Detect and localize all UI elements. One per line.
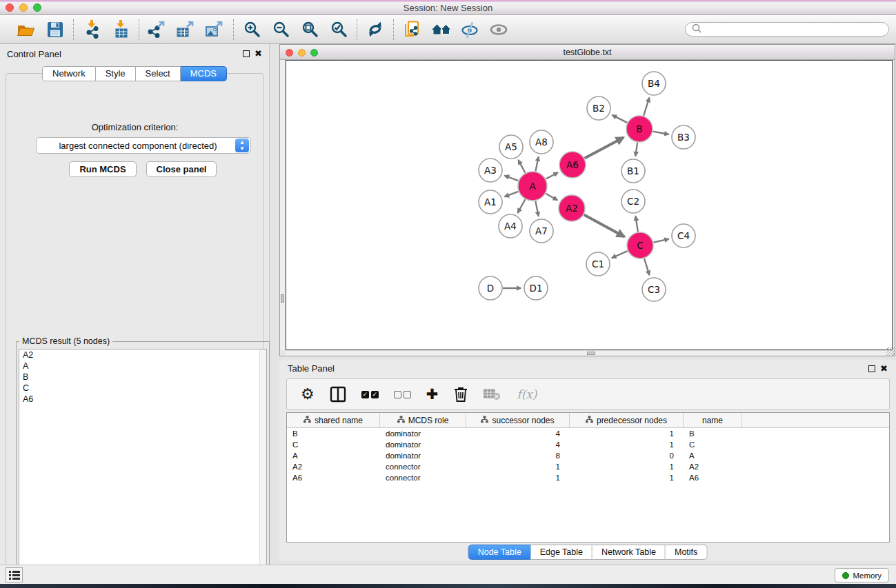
tab-network[interactable]: Network bbox=[42, 66, 96, 81]
import-table-icon[interactable] bbox=[111, 20, 130, 39]
search-icon bbox=[691, 23, 702, 37]
network-window-titlebar[interactable]: testGlobe.txt bbox=[280, 45, 895, 60]
optimization-value: largest connected component (directed) bbox=[37, 141, 235, 151]
home-icon[interactable] bbox=[431, 20, 450, 39]
table-cell: 0 bbox=[570, 450, 684, 461]
zoom-in-icon[interactable] bbox=[242, 20, 261, 39]
memory-button[interactable]: Memory bbox=[835, 568, 889, 582]
save-session-icon[interactable] bbox=[46, 20, 65, 39]
toolbar-group bbox=[357, 20, 393, 39]
network-canvas[interactable] bbox=[286, 60, 893, 350]
toolbar-group bbox=[74, 20, 139, 39]
control-panel-tabs: NetworkStyleSelectMCDS bbox=[42, 66, 227, 81]
table-cell: 4 bbox=[466, 439, 570, 450]
table-cell: A6 bbox=[684, 472, 742, 483]
table-body: Bdominator41BCdominator41CAdominator80AA… bbox=[287, 428, 889, 483]
task-history-button[interactable] bbox=[6, 567, 23, 582]
tab-edge-table[interactable]: Edge Table bbox=[531, 545, 593, 560]
table-row[interactable]: Adominator80A bbox=[287, 450, 889, 461]
table-row[interactable]: Cdominator41C bbox=[287, 439, 889, 450]
close-table-panel-icon[interactable]: ✖ bbox=[880, 363, 888, 374]
mcds-result-item[interactable]: B bbox=[19, 372, 266, 383]
delete-column-icon[interactable] bbox=[453, 386, 468, 403]
network-vertical-scrollbar[interactable] bbox=[280, 60, 286, 350]
network-view-window: testGlobe.txt B4B2BB3A5A8A6A3AB1A1C2A4A7… bbox=[279, 44, 895, 356]
column-header-name[interactable]: name bbox=[684, 413, 742, 427]
split-view-icon[interactable] bbox=[330, 386, 346, 403]
table-tabs: Node TableEdge TableNetwork TableMotifs bbox=[468, 545, 708, 560]
search-input[interactable] bbox=[705, 25, 883, 34]
export-table-icon[interactable] bbox=[177, 20, 196, 39]
session-title: Session: New Session bbox=[0, 3, 896, 13]
export-network-icon[interactable] bbox=[148, 20, 167, 39]
hide-panel-icon[interactable] bbox=[460, 20, 479, 39]
float-panel-icon[interactable] bbox=[243, 50, 250, 57]
mcds-result-item[interactable]: A bbox=[19, 361, 266, 372]
copy-network-icon[interactable] bbox=[402, 20, 421, 39]
mcds-tab-content: Optimization criterion: largest connecte… bbox=[6, 73, 264, 588]
refresh-icon[interactable] bbox=[366, 20, 385, 39]
mcds-result-list[interactable]: A2ABCA6 bbox=[19, 349, 267, 578]
mcds-result-item[interactable]: A6 bbox=[19, 394, 266, 405]
horizontal-scroll-thumb[interactable] bbox=[587, 352, 595, 355]
table-row[interactable]: Bdominator41B bbox=[287, 428, 889, 439]
export-image-icon[interactable] bbox=[206, 20, 225, 39]
deselect-all-icon[interactable] bbox=[394, 391, 411, 398]
tab-motifs[interactable]: Motifs bbox=[666, 545, 707, 560]
table-cell: C bbox=[287, 439, 380, 450]
import-network-icon[interactable] bbox=[82, 20, 101, 39]
control-panel-header: Control Panel ✖ bbox=[0, 44, 269, 63]
zoom-selected-icon[interactable] bbox=[329, 20, 348, 39]
open-file-icon[interactable] bbox=[17, 20, 36, 39]
table-cell: dominator bbox=[380, 439, 466, 450]
tab-network-table[interactable]: Network Table bbox=[593, 545, 666, 560]
tab-mcds[interactable]: MCDS bbox=[181, 66, 227, 81]
mcds-result-item[interactable]: A2 bbox=[19, 349, 266, 361]
list-icon bbox=[9, 571, 20, 580]
column-header-successor-nodes[interactable]: successor nodes bbox=[466, 413, 570, 427]
optimization-select[interactable]: largest connected component (directed) ▲… bbox=[36, 137, 251, 154]
close-panel-icon[interactable]: ✖ bbox=[255, 48, 262, 59]
add-column-icon[interactable]: ✚ bbox=[426, 386, 439, 403]
optimization-label: Optimization criterion: bbox=[6, 122, 263, 132]
mcds-result-title: MCDS result (5 nodes) bbox=[19, 336, 112, 346]
run-mcds-button[interactable]: Run MCDS bbox=[69, 161, 137, 177]
select-all-icon[interactable]: ✓✓ bbox=[361, 391, 379, 398]
status-bar: Memory bbox=[0, 565, 896, 584]
table-cell: 4 bbox=[466, 428, 570, 439]
gear-icon[interactable]: ⚙ bbox=[301, 387, 315, 402]
main-toolbar bbox=[0, 15, 896, 44]
mcds-result-item[interactable]: C bbox=[19, 383, 266, 394]
function-builder-icon: f(x) bbox=[517, 387, 537, 401]
tab-select[interactable]: Select bbox=[136, 66, 181, 81]
column-header-shared-name[interactable]: shared name bbox=[287, 413, 380, 427]
attribute-tree-icon bbox=[481, 416, 488, 425]
float-table-panel-icon[interactable] bbox=[868, 365, 875, 372]
mcds-result-box: MCDS result (5 nodes) A2ABCA6 bbox=[16, 341, 270, 580]
table-cell: 1 bbox=[570, 472, 684, 483]
tab-style[interactable]: Style bbox=[96, 66, 136, 81]
tab-node-table[interactable]: Node Table bbox=[468, 545, 531, 560]
resize-grip-icon[interactable] bbox=[886, 347, 895, 356]
close-panel-button[interactable]: Close panel bbox=[146, 161, 217, 177]
column-header-predecessor-nodes[interactable]: predecessor nodes bbox=[570, 413, 684, 427]
table-cell: 1 bbox=[570, 461, 684, 472]
toolbar-group bbox=[234, 20, 357, 39]
memory-status-icon bbox=[842, 572, 849, 579]
show-panel-icon[interactable] bbox=[489, 20, 508, 39]
attribute-tree-icon bbox=[397, 416, 405, 425]
column-header-filler bbox=[742, 413, 889, 427]
network-horizontal-scrollbar[interactable] bbox=[286, 350, 893, 356]
table-row[interactable]: A6connector11A6 bbox=[287, 472, 889, 483]
result-scrollbar[interactable] bbox=[259, 349, 266, 577]
search-box[interactable] bbox=[685, 22, 889, 37]
table-cell: dominator bbox=[380, 450, 466, 461]
table-cell: C bbox=[684, 439, 742, 450]
column-header-MCDS-role[interactable]: MCDS role bbox=[380, 413, 466, 427]
table-cell: 1 bbox=[466, 472, 570, 483]
zoom-fit-icon[interactable] bbox=[300, 20, 319, 39]
vertical-scroll-thumb[interactable] bbox=[281, 294, 284, 303]
table-cell: A bbox=[684, 450, 742, 461]
zoom-out-icon[interactable] bbox=[271, 20, 290, 39]
table-row[interactable]: A2connector11A2 bbox=[287, 461, 889, 472]
